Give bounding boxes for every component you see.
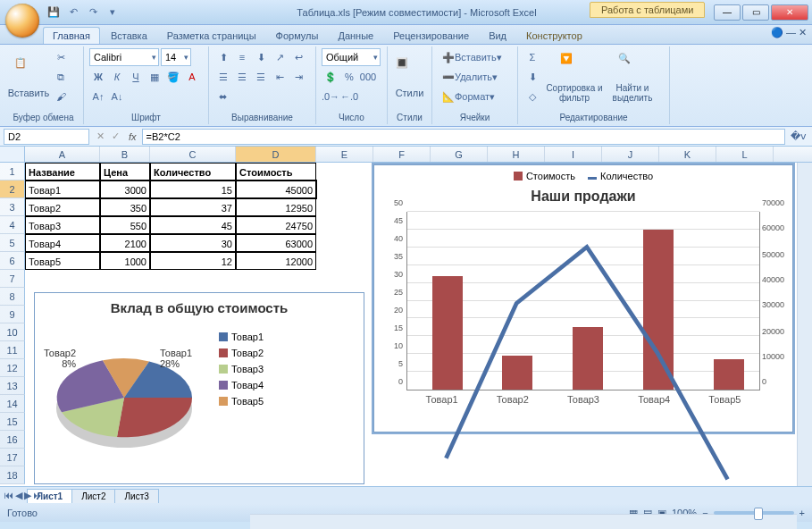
tab-formulas[interactable]: Формулы — [267, 28, 328, 44]
cell[interactable]: Цена — [100, 163, 150, 181]
cell[interactable]: 37 — [150, 198, 236, 216]
tab-home[interactable]: Главная — [43, 27, 100, 44]
horizontal-scrollbar[interactable] — [250, 514, 797, 529]
cell[interactable]: Название — [25, 163, 100, 181]
cell[interactable]: 30 — [150, 234, 236, 252]
align-middle-icon[interactable]: ≡ — [233, 48, 251, 66]
row-header[interactable]: 6 — [0, 252, 25, 270]
cell[interactable]: 12000 — [236, 252, 316, 270]
row-header[interactable]: 18 — [0, 466, 25, 484]
row-header[interactable]: 9 — [0, 306, 25, 323]
tab-view[interactable]: Вид — [480, 28, 515, 44]
row-header[interactable]: 7 — [0, 270, 25, 288]
row-header[interactable]: 14 — [0, 395, 25, 413]
tab-data[interactable]: Данные — [329, 28, 382, 44]
row-header[interactable]: 16 — [0, 431, 25, 449]
bold-icon[interactable]: Ж — [89, 68, 107, 86]
increase-font-icon[interactable]: A↑ — [89, 88, 107, 105]
row-header[interactable]: 11 — [0, 341, 25, 359]
insert-cells-button[interactable]: ➕ Вставить ▾ — [438, 48, 506, 66]
cell[interactable]: 45 — [150, 216, 236, 234]
currency-icon[interactable]: 💲 — [322, 68, 339, 86]
paste-button[interactable]: 📋Вставить — [9, 48, 48, 107]
zoom-slider[interactable] — [714, 511, 794, 515]
cell[interactable]: 350 — [100, 198, 150, 216]
formula-input[interactable]: =B2*C2 — [142, 129, 785, 145]
percent-icon[interactable]: % — [340, 68, 358, 86]
cell[interactable]: 550 — [100, 216, 150, 234]
cell[interactable]: 63000 — [236, 234, 316, 252]
comma-icon[interactable]: 000 — [359, 68, 377, 86]
styles-button[interactable]: 🔳Стили — [393, 48, 426, 107]
cell[interactable]: Количество — [150, 163, 236, 181]
row-header[interactable]: 8 — [0, 288, 25, 306]
cell[interactable]: 12950 — [236, 198, 316, 216]
indent-inc-icon[interactable]: ⇥ — [289, 68, 307, 86]
decrease-font-icon[interactable]: A↓ — [108, 88, 126, 105]
cut-icon[interactable]: ✂ — [52, 48, 70, 66]
orientation-icon[interactable]: ↗ — [271, 48, 289, 66]
format-painter-icon[interactable]: 🖌 — [52, 88, 70, 105]
vertical-scrollbar[interactable] — [797, 163, 812, 486]
pie-chart[interactable]: Вклад в общую стоимость — [34, 292, 364, 484]
col-header[interactable]: H — [488, 147, 545, 162]
col-header[interactable]: E — [316, 147, 373, 162]
combo-chart[interactable]: Стоимость Количество Наши продажи 051015… — [373, 164, 793, 432]
merge-icon[interactable]: ⬌ — [214, 88, 231, 105]
row-header[interactable]: 17 — [0, 449, 25, 466]
last-sheet-icon[interactable]: ⏭ — [33, 490, 43, 501]
expand-formula-icon[interactable]: �ⅴ — [785, 130, 812, 142]
align-left-icon[interactable]: ☰ — [214, 68, 232, 86]
first-sheet-icon[interactable]: ⏮ — [4, 490, 13, 501]
row-header[interactable]: 13 — [0, 377, 25, 395]
cell-selected[interactable]: 45000 — [236, 181, 316, 198]
delete-cells-button[interactable]: ➖ Удалить ▾ — [438, 68, 502, 86]
cancel-formula-icon[interactable]: ✕ — [93, 130, 108, 142]
wrap-text-icon[interactable]: ↩ — [289, 48, 307, 66]
italic-icon[interactable]: К — [108, 68, 126, 86]
save-icon[interactable]: 💾 — [46, 5, 61, 20]
sort-filter-button[interactable]: 🔽Сортировка и фильтр — [545, 48, 604, 107]
tab-design[interactable]: Конструктор — [517, 28, 591, 44]
sheet-tab[interactable]: Лист3 — [114, 489, 158, 503]
copy-icon[interactable]: ⧉ — [52, 68, 70, 86]
underline-icon[interactable]: Ч — [127, 68, 145, 86]
col-header[interactable]: G — [431, 147, 488, 162]
worksheet[interactable]: A B C D E F G H I J K L 1 2 3 4 5 6 7 8 … — [0, 147, 812, 486]
name-box[interactable]: D2 — [4, 129, 89, 145]
row-header[interactable]: 12 — [0, 359, 25, 377]
col-header[interactable]: C — [150, 147, 236, 162]
maximize-button[interactable]: ▭ — [742, 4, 769, 21]
col-header[interactable]: K — [659, 147, 716, 162]
number-format-combo[interactable]: Общий — [322, 48, 381, 66]
tab-insert[interactable]: Вставка — [102, 28, 156, 44]
align-top-icon[interactable]: ⬆ — [214, 48, 232, 66]
cell[interactable]: 15 — [150, 181, 236, 198]
row-header[interactable]: 3 — [0, 198, 25, 216]
cell[interactable]: 12 — [150, 252, 236, 270]
format-cells-button[interactable]: 📐 Формат ▾ — [438, 88, 499, 105]
autosum-icon[interactable]: Σ — [523, 48, 541, 66]
accept-formula-icon[interactable]: ✓ — [108, 130, 123, 142]
col-header[interactable]: B — [100, 147, 150, 162]
cell[interactable]: Товар2 — [25, 198, 100, 216]
next-sheet-icon[interactable]: ▶ — [24, 490, 31, 501]
cell[interactable]: 2100 — [100, 234, 150, 252]
undo-icon[interactable]: ↶ — [66, 5, 80, 20]
prev-sheet-icon[interactable]: ◀ — [15, 490, 22, 501]
col-header[interactable]: D — [236, 147, 316, 162]
row-header[interactable]: 5 — [0, 234, 25, 252]
cell[interactable]: 3000 — [100, 181, 150, 198]
col-header[interactable]: J — [602, 147, 659, 162]
zoom-in-icon[interactable]: + — [799, 508, 805, 518]
row-header[interactable]: 10 — [0, 323, 25, 341]
align-center-icon[interactable]: ☰ — [233, 68, 251, 86]
col-header[interactable]: L — [716, 147, 774, 162]
office-button[interactable] — [5, 4, 39, 38]
dec-decimal-icon[interactable]: ←.0 — [340, 88, 358, 105]
font-color-icon[interactable]: A — [183, 68, 201, 86]
cell[interactable]: Товар5 — [25, 252, 100, 270]
row-header[interactable]: 2 — [0, 181, 25, 198]
align-bottom-icon[interactable]: ⬇ — [252, 48, 270, 66]
fx-icon[interactable]: fx — [123, 131, 142, 142]
